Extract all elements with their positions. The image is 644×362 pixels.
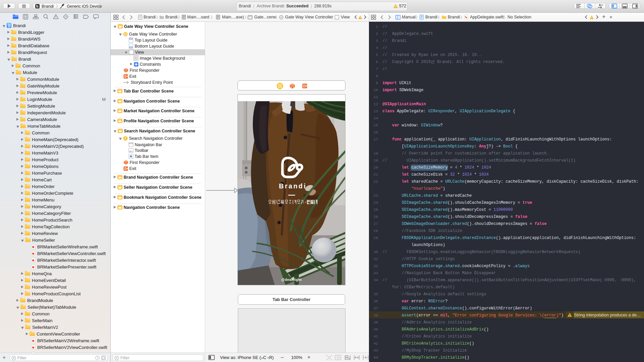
svg-text:1: 1	[293, 86, 294, 88]
svg-text:0: 0	[124, 70, 125, 72]
svg-text:@deanlight: @deanlight	[281, 278, 302, 282]
svg-text:1: 1	[126, 163, 127, 165]
svg-text:GS1: GS1	[129, 151, 132, 153]
svg-text:0: 0	[290, 86, 292, 88]
svg-text:0: 0	[124, 163, 125, 165]
svg-text:Brandi: Brandi	[279, 182, 307, 190]
svg-text:1: 1	[126, 70, 127, 72]
